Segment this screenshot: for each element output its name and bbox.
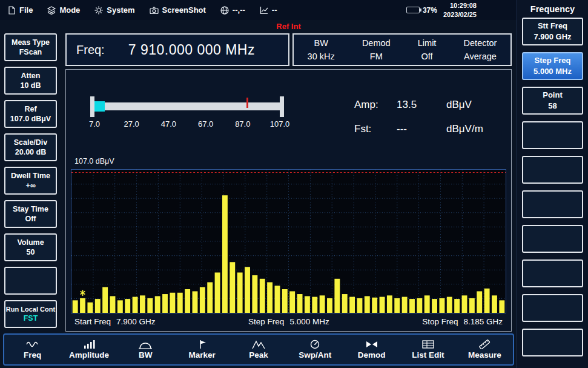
tick-label: 107.0 [270, 119, 290, 129]
trace-indicator[interactable]: -- [260, 5, 277, 15]
status-bw: BW 30 kHz [308, 36, 335, 64]
softkey-run-local-cont[interactable]: Run Local Cont FST [4, 300, 57, 328]
softkey-scale-div[interactable]: Scale/Div 20.00 dB [4, 133, 57, 161]
softkey-value: FST [24, 313, 38, 323]
softkey-dwell-time[interactable]: Dwell Time +∞ [4, 167, 57, 195]
tick-label: 67.0 [198, 119, 213, 129]
softkey-value: 10 dB [20, 81, 41, 90]
softkey-value: 107.0 dBμV [10, 114, 51, 124]
bw-icon [139, 340, 152, 349]
menu-screenshot[interactable]: ScreenShot [150, 5, 206, 15]
softkey-blank[interactable] [522, 329, 583, 356]
status-value: Off [418, 50, 437, 63]
start-freq: Start Freq 7.900 GHz [74, 317, 156, 326]
amp-unit: dBμV [446, 99, 483, 111]
menu-system[interactable]: System [94, 5, 134, 15]
mode-icon [47, 6, 56, 15]
softkey-volume[interactable]: Volume 50 [4, 233, 57, 261]
softkey-title: Atten [21, 71, 41, 81]
softkey-blank[interactable] [522, 190, 583, 218]
step-freq: Step Freq 5.000 MHz [248, 317, 329, 326]
step-freq-label: Step Freq [248, 317, 284, 326]
softkey-title: Scale/Div [14, 138, 48, 147]
amplitude-icon [82, 340, 96, 349]
toolbar-amplitude[interactable]: Amplitude [61, 340, 117, 360]
fst-value: --- [397, 123, 439, 135]
list-edit-icon [421, 340, 435, 349]
toolbar-swp-ant[interactable]: Swp/Ant [287, 340, 343, 360]
softkey-meas-type[interactable]: Meas Type FScan [4, 33, 57, 61]
softkey-title: Ref [24, 104, 36, 114]
level-meter-right-cap [280, 96, 284, 117]
stop-freq-value: 8.185 GHz [463, 317, 503, 326]
toolbar-list-edit[interactable]: List Edit [400, 340, 456, 360]
freq-icon [26, 340, 39, 349]
softkey-point[interactable]: Point 58 [522, 87, 583, 115]
softkey-atten[interactable]: Atten 10 dB [4, 67, 57, 95]
softkey-title: Dwell Time [11, 171, 50, 181]
softkey-start-freq[interactable]: Stt Freq 7.900 GHz [522, 18, 583, 45]
start-freq-value: 7.900 GHz [116, 317, 156, 326]
status-label: BW [308, 36, 335, 50]
spectrum-chart [71, 169, 506, 313]
softkey-ref[interactable]: Ref 107.0 dBμV [4, 100, 57, 128]
amp-label: Amp: [354, 99, 389, 111]
top-menu-bar: File Mode System ScreenShot --,-- -- [0, 0, 517, 20]
softkey-stay-time[interactable]: Stay Time Off [4, 200, 57, 228]
softkey-blank[interactable] [522, 259, 583, 287]
softkey-title: Meas Type [12, 38, 50, 47]
fst-unit: dBμV/m [446, 123, 483, 135]
level-meter-limit-mark [246, 98, 248, 108]
softkey-blank[interactable] [522, 225, 583, 253]
toolbar-label: List Edit [412, 350, 444, 360]
step-freq-value: 5.000 MHz [289, 317, 329, 326]
measure-icon [478, 340, 491, 349]
softkey-title: Step Freq [535, 55, 571, 66]
toolbar-label: BW [139, 350, 153, 360]
sweep-labels: Start Freq 7.900 GHz Step Freq 5.000 MHz… [70, 313, 507, 330]
main-column: File Mode System ScreenShot --,-- -- [0, 0, 517, 368]
tick-label: 47.0 [161, 119, 176, 129]
toolbar-freq[interactable]: Freq [4, 340, 61, 360]
status-label: Detector [464, 36, 497, 50]
softkey-blank[interactable] [522, 294, 583, 322]
display-panel: 7.0 27.0 47.0 67.0 87.0 107.0 Amp: 13.5 [65, 69, 512, 332]
status-detector: Detector Average [464, 36, 497, 64]
toolbar-bw[interactable]: BW [117, 340, 174, 360]
toolbar-demod[interactable]: Demod [343, 340, 400, 360]
gps-indicator[interactable]: --,-- [220, 5, 245, 15]
stop-freq-label: Stop Freq [422, 317, 458, 326]
clock: 10:29:08 2023/02/25 [443, 1, 477, 19]
clock-time: 10:29:08 [443, 1, 477, 10]
level-meter-track [94, 102, 280, 110]
trace-value: -- [272, 5, 277, 15]
softkey-value: 5.000 MHz [533, 66, 572, 77]
softkey-title: Volume [17, 238, 44, 247]
softkey-blank[interactable] [522, 156, 583, 184]
toolbar-label: Amplitude [69, 350, 109, 360]
globe-icon [220, 6, 229, 15]
level-meter-fill [94, 101, 105, 112]
toolbar-peak[interactable]: Peak [230, 340, 286, 360]
softkey-value: 20.00 dB [15, 147, 46, 157]
spectrum-analyzer-app: File Mode System ScreenShot --,-- -- [0, 0, 588, 368]
bottom-toolbar: Freq Amplitude BW Marker Peak Swp/Ant [3, 333, 514, 366]
toolbar-marker[interactable]: Marker [174, 340, 230, 360]
menu-file[interactable]: File [7, 5, 33, 15]
tick-label: 27.0 [124, 119, 139, 129]
softkey-title: Stt Freq [538, 21, 567, 32]
toolbar-label: Marker [189, 350, 216, 360]
softkey-blank[interactable] [522, 121, 583, 149]
frequency-value: 7 910.000 000 MHz [105, 42, 279, 58]
softkey-empty[interactable] [4, 267, 57, 295]
toolbar-measure[interactable]: Measure [457, 340, 513, 360]
status-label: Demod [362, 36, 391, 50]
spectrum-trace [71, 170, 506, 313]
menu-mode-label: Mode [59, 5, 80, 15]
peak-icon [252, 340, 265, 349]
toolbar-label: Measure [468, 350, 501, 360]
menu-mode[interactable]: Mode [47, 5, 80, 15]
menu-screenshot-label: ScreenShot [162, 5, 206, 15]
battery-icon [406, 7, 420, 13]
softkey-step-freq[interactable]: Step Freq 5.000 MHz [522, 52, 583, 80]
